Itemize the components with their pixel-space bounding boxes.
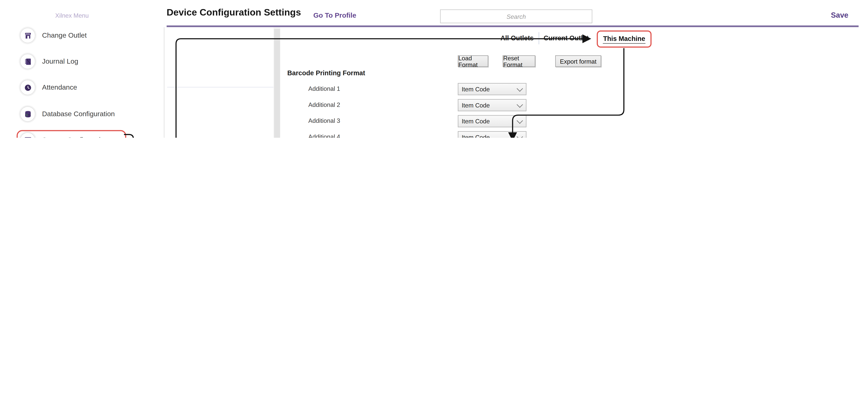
sidebar-item-change-outlet[interactable]: Change Outlet <box>0 25 160 46</box>
clock-icon <box>20 80 35 95</box>
monitor-icon <box>20 132 35 138</box>
chevron-down-icon <box>517 117 523 123</box>
device-configuration-settings-screen: Xilnex Menu Change Outlet Journal Log At… <box>0 0 868 138</box>
load-format-button[interactable]: Load Format <box>458 55 488 67</box>
sidebar-item-attendance[interactable]: Attendance <box>0 76 160 99</box>
chevron-down-icon <box>517 133 523 138</box>
settings-scrollbar-thumb[interactable] <box>274 29 280 138</box>
tab-all-outlets[interactable]: All Outlets <box>500 34 533 42</box>
store-icon <box>20 28 35 43</box>
arrow-device-to-this-machine <box>176 39 590 138</box>
sidebar-item-label: Attendance <box>42 84 77 91</box>
barcode-section-title: Barcode Printing Format <box>287 69 365 77</box>
page-title: Device Configuration Settings <box>167 7 301 18</box>
sidebar-item-label: Journal Log <box>42 58 78 65</box>
chevron-down-icon <box>517 101 523 107</box>
go-to-profile-link[interactable]: Go To Profile <box>313 12 356 20</box>
sidebar-item-label: Database Configuration <box>42 110 115 118</box>
tab-this-machine-label: This Machine <box>603 35 645 43</box>
sidebar-item-journal-log[interactable]: Journal Log <box>0 51 160 72</box>
settings-group-divider <box>167 87 274 88</box>
additional-3-dropdown[interactable]: Item Code <box>458 115 527 127</box>
save-button[interactable]: Save <box>831 11 848 20</box>
sidebar-item-database-configuration[interactable]: Database Configuration <box>0 103 160 125</box>
tab-current-outlet[interactable]: Current Outlet <box>544 34 589 42</box>
additional-1-dropdown[interactable]: Item Code <box>458 83 527 95</box>
sidebar-divider <box>164 27 164 138</box>
sidebar-item-system-configuration[interactable]: System Configuration <box>0 129 160 138</box>
additional-1-label: Additional 1 <box>308 85 340 92</box>
tab-this-machine[interactable]: This Machine <box>597 30 651 47</box>
sidebar-item-label: System Configuration <box>42 136 108 138</box>
chevron-down-icon <box>517 85 523 91</box>
sidebar-item-label: Change Outlet <box>42 32 87 39</box>
reset-format-button[interactable]: Reset Format <box>503 55 535 67</box>
database-icon <box>20 106 35 122</box>
settings-menu: General Maintenance Security Sales Tax I… <box>164 27 281 138</box>
additional-4-label: Additional 4 <box>308 133 340 138</box>
additional-2-label: Additional 2 <box>308 101 340 108</box>
sidebar-title: Xilnex Menu <box>22 12 122 19</box>
search-input[interactable] <box>440 9 592 23</box>
additional-4-dropdown[interactable]: Item Code <box>458 131 527 138</box>
journal-icon <box>20 54 35 69</box>
additional-2-dropdown[interactable]: Item Code <box>458 99 527 111</box>
header-divider <box>167 25 859 27</box>
export-format-button[interactable]: Export format <box>555 55 601 67</box>
additional-3-label: Additional 3 <box>308 117 340 124</box>
tab-separator <box>538 32 539 44</box>
